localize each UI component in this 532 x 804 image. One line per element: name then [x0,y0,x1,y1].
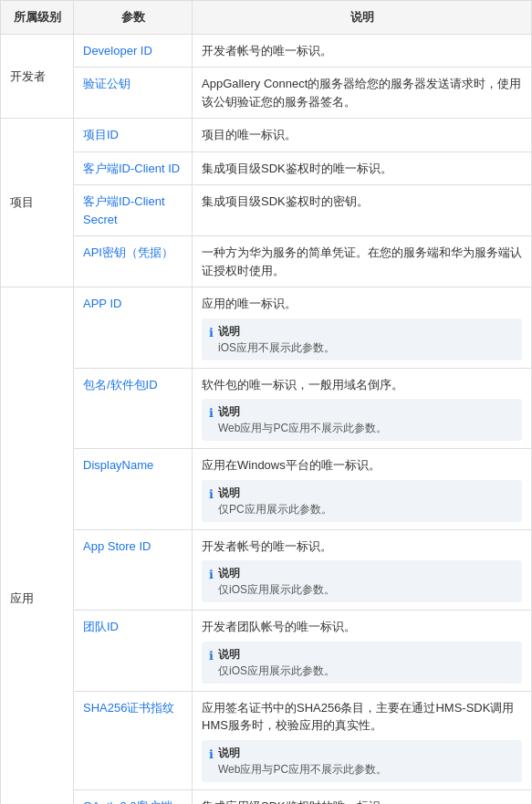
header-param: 参数 [74,1,193,35]
param-cell: APP ID [74,287,193,369]
note-text: 仅iOS应用展示此参数。 [218,581,335,598]
note-label: 说明 [218,565,335,581]
note-content: 说明仅iOS应用展示此参数。 [218,646,335,679]
note-content: 说明Web应用与PC应用不展示此参数。 [218,403,387,436]
param-cell: 包名/软件包ID [74,368,193,449]
desc-cell: 应用在Windows平台的唯一标识。ℹ说明仅PC应用展示此参数。 [193,449,532,530]
header-category: 所属级别 [1,1,74,35]
param-cell: API密钥（凭据） [74,236,193,287]
desc-cell: 集成项目级SDK鉴权时的唯一标识。 [193,151,532,185]
param-cell: Developer ID [74,34,193,68]
note-label: 说明 [218,323,335,339]
header-desc: 说明 [193,1,532,35]
note-content: 说明Web应用与PC应用不展示此参数。 [218,745,387,778]
note-label: 说明 [218,485,332,501]
desc-cell: 集成应用级SDK鉴权时的唯一标识。 [193,789,532,804]
desc-text: 一种方为华为服务的简单凭证。在您的服务端和华为服务端认证授权时使用。 [202,244,522,279]
desc-cell: 一种方为华为服务的简单凭证。在您的服务端和华为服务端认证授权时使用。 [193,236,532,287]
note-text: 仅PC应用展示此参数。 [218,501,332,517]
main-table: 所属级别 参数 说明 开发者Developer ID开发者帐号的唯一标识。验证公… [0,0,532,804]
param-cell: SHA256证书指纹 [74,691,193,789]
note-box: ℹ说明仅PC应用展示此参数。 [202,480,522,522]
note-text: 仅iOS应用展示此参数。 [218,663,335,679]
note-content: 说明仅PC应用展示此参数。 [218,485,332,517]
note-box: ℹ说明仅iOS应用展示此参数。 [202,642,522,684]
desc-text: 应用签名证书中的SHA256条目，主要在通过HMS-SDK调用HMS服务时，校验… [202,699,522,735]
note-label: 说明 [218,403,387,420]
desc-text: 集成项目级SDK鉴权时的唯一标识。 [202,160,522,178]
note-label: 说明 [218,745,387,761]
info-icon: ℹ [209,566,214,584]
desc-cell: 开发者帐号的唯一标识。ℹ说明仅iOS应用展示此参数。 [193,529,532,611]
param-cell: 团队ID [74,611,193,692]
category-cell-1: 项目 [1,119,74,287]
desc-text: 开发者帐号的唯一标识。 [202,538,522,556]
desc-text: 软件包的唯一标识，一般用域名倒序。 [202,376,522,394]
desc-cell: 开发者团队帐号的唯一标识。ℹ说明仅iOS应用展示此参数。 [193,611,532,692]
desc-cell: 开发者帐号的唯一标识。 [193,34,532,68]
desc-cell: 项目的唯一标识。 [193,119,532,152]
desc-text: 集成项目级SDK鉴权时的密钥。 [202,193,522,211]
info-icon: ℹ [209,746,214,764]
category-cell-2: 应用 [1,287,74,805]
desc-text: 项目的唯一标识。 [202,126,522,144]
info-icon: ℹ [209,486,214,504]
note-box: ℹ说明Web应用与PC应用不展示此参数。 [202,399,522,441]
note-box: ℹ说明Web应用与PC应用不展示此参数。 [202,740,522,782]
note-text: iOS应用不展示此参数。 [218,339,335,356]
note-content: 说明iOS应用不展示此参数。 [218,323,335,356]
param-cell: OAuth 2.0客户端ID(凭据)-Client ID [74,789,193,804]
param-cell: 客户端ID-Client ID [74,151,193,185]
note-content: 说明仅iOS应用展示此参数。 [218,565,335,598]
info-icon: ℹ [209,324,214,342]
param-cell: DisplayName [74,449,193,530]
desc-cell: 集成项目级SDK鉴权时的密钥。 [193,185,532,236]
note-box: ℹ说明仅iOS应用展示此参数。 [202,560,522,602]
desc-cell: 软件包的唯一标识，一般用域名倒序。ℹ说明Web应用与PC应用不展示此参数。 [193,368,532,449]
param-cell: 项目ID [74,119,193,152]
desc-text: 应用在Windows平台的唯一标识。 [202,456,522,475]
category-cell-0: 开发者 [1,34,74,119]
desc-cell: AppGallery Connect的服务器给您的服务器发送请求时，使用该公钥验… [193,68,532,119]
desc-text: AppGallery Connect的服务器给您的服务器发送请求时，使用该公钥验… [202,75,522,110]
note-label: 说明 [218,646,335,663]
param-cell: 验证公钥 [74,68,193,119]
param-cell: App Store ID [74,529,193,611]
info-icon: ℹ [209,404,214,423]
note-text: Web应用与PC应用不展示此参数。 [218,420,387,436]
note-text: Web应用与PC应用不展示此参数。 [218,761,387,778]
desc-text: 应用的唯一标识。 [202,295,522,313]
param-cell: 客户端ID-Client Secret [74,185,193,236]
desc-cell: 应用的唯一标识。ℹ说明iOS应用不展示此参数。 [193,287,532,369]
note-box: ℹ说明iOS应用不展示此参数。 [202,318,522,360]
desc-text: 开发者团队帐号的唯一标识。 [202,618,522,636]
info-icon: ℹ [209,647,214,665]
desc-text: 开发者帐号的唯一标识。 [202,42,522,60]
desc-cell: 应用签名证书中的SHA256条目，主要在通过HMS-SDK调用HMS服务时，校验… [193,691,532,789]
desc-text: 集成应用级SDK鉴权时的唯一标识。 [202,798,522,805]
